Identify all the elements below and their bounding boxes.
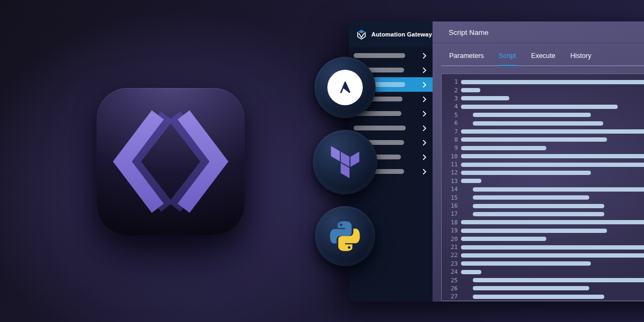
chevron-right-icon (420, 96, 426, 102)
line-number: 23 (442, 260, 458, 267)
brand: Automation Gateway (349, 21, 433, 47)
code-line: 17 (442, 210, 644, 218)
chevron-right-icon (420, 67, 426, 73)
python-badge (315, 206, 375, 266)
line-number: 20 (442, 236, 458, 243)
code-bar (461, 163, 644, 167)
code-line: 2 (442, 86, 644, 94)
code-line: 20 (442, 235, 644, 243)
code-line: 11 (442, 160, 644, 169)
code-line: 14 (442, 185, 644, 193)
line-number: 25 (442, 277, 458, 284)
main-panel: Script Name ParametersScriptExecuteHisto… (433, 21, 644, 302)
line-number: 18 (442, 219, 458, 226)
code-bar (473, 295, 604, 299)
code-bar (461, 146, 546, 150)
code-line: 3 (442, 94, 644, 103)
sidebar-item-1[interactable] (349, 48, 433, 63)
code-line: 13 (442, 177, 644, 185)
ansible-white-disc (327, 70, 363, 105)
code-bar (473, 286, 589, 290)
code-bar (473, 121, 603, 126)
line-number: 22 (442, 252, 458, 259)
code-bar (461, 237, 546, 241)
line-number: 2 (442, 87, 458, 94)
code-bar (461, 270, 481, 274)
code-bar (461, 80, 644, 84)
code-bar (461, 129, 644, 134)
page-title-bar: Script Name (433, 21, 644, 43)
code-line: 24 (442, 268, 644, 276)
brand-name: Automation Gateway (371, 31, 432, 38)
code-bar (461, 105, 618, 109)
line-number: 16 (442, 202, 458, 209)
sidebar-item-6[interactable] (349, 121, 433, 135)
code-line: 1 (442, 78, 644, 86)
code-line: 26 (442, 284, 644, 292)
line-number: 4 (442, 103, 458, 110)
code-bar (473, 113, 591, 117)
code-bar (461, 96, 509, 100)
ansible-logo-icon (334, 77, 356, 98)
code-line: 9 (442, 144, 644, 152)
code-line: 18 (442, 218, 644, 226)
python-logo-icon (330, 221, 360, 251)
menu-item-placeholder-bar (354, 126, 406, 130)
chevron-right-icon (420, 82, 426, 87)
code-line: 15 (442, 193, 644, 201)
line-number: 8 (442, 136, 458, 143)
code-line: 4 (442, 103, 644, 111)
tab-execute[interactable]: Execute (531, 52, 556, 66)
code-line: 12 (442, 169, 644, 177)
line-number: 13 (442, 178, 458, 185)
code-bar (461, 171, 591, 175)
line-number: 19 (442, 227, 458, 234)
code-line: 23 (442, 260, 644, 268)
line-number: 7 (442, 128, 458, 135)
code-line: 6 (442, 119, 644, 127)
code-bar (461, 253, 644, 258)
code-bar (461, 245, 644, 250)
chevron-right-icon (420, 154, 426, 160)
code-brackets-app-icon (97, 88, 245, 235)
chevron-right-icon (420, 53, 426, 58)
chevron-right-icon (420, 140, 426, 145)
line-number: 6 (442, 120, 458, 127)
code-line: 19 (442, 226, 644, 235)
line-number: 10 (442, 153, 458, 160)
terraform-badge (313, 130, 377, 194)
line-number: 1 (442, 78, 458, 85)
code-bar (461, 88, 480, 92)
code-bar (461, 179, 481, 183)
code-line: 10 (442, 152, 644, 160)
menu-item-placeholder-bar (354, 53, 405, 58)
code-bar (461, 220, 644, 224)
tab-script[interactable]: Script (499, 52, 517, 66)
line-number: 5 (442, 112, 458, 119)
code-bar (473, 187, 644, 192)
line-number: 15 (442, 194, 458, 201)
code-brackets-icon (97, 88, 245, 235)
code-bar (473, 278, 644, 282)
chevron-right-icon (420, 125, 426, 131)
code-bar (461, 137, 607, 142)
code-line: 5 (442, 111, 644, 119)
code-lines: 1234567891011121314151617181920212223242… (442, 78, 644, 301)
code-bar (461, 229, 607, 233)
code-bar (461, 261, 591, 266)
code-line: 21 (442, 243, 644, 251)
tab-history[interactable]: History (570, 52, 592, 66)
code-line: 8 (442, 136, 644, 144)
line-number: 24 (442, 268, 458, 275)
line-number: 14 (442, 186, 458, 193)
tab-parameters[interactable]: Parameters (449, 52, 485, 66)
page-title: Script Name (449, 28, 488, 36)
ansible-badge (314, 57, 376, 118)
line-number: 12 (442, 169, 458, 176)
code-line: 22 (442, 251, 644, 259)
script-editor[interactable]: 1234567891011121314151617181920212223242… (441, 74, 644, 301)
line-number: 27 (442, 293, 458, 300)
chevron-right-icon (420, 111, 426, 116)
code-bar (473, 212, 604, 216)
line-number: 17 (442, 210, 458, 217)
